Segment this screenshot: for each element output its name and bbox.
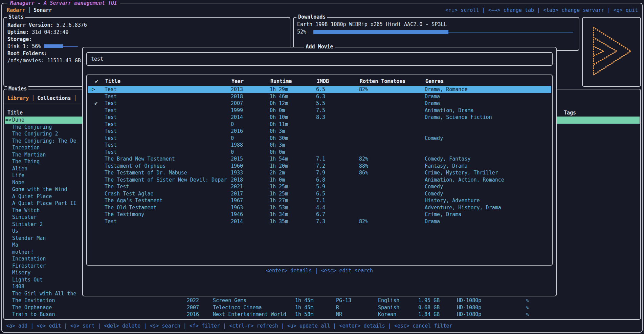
result-year: 0 [231,149,234,156]
movie-year: 2022 [187,297,199,304]
movie-title: The Witch [12,207,40,214]
movie-runtime: 1h 45m [295,304,313,311]
result-title: Test [105,114,117,121]
movie-size: 1.95 GB [418,297,440,304]
movie-title: Incantation [12,255,46,263]
result-runtime: 0h 10m [270,114,288,121]
search-result-row[interactable]: Test00h 0m [88,149,551,156]
movie-quality: HD-1080p [457,311,481,318]
download-progress-fill [313,30,448,34]
movie-title: Lights Out [12,276,43,284]
result-year: 1988 [231,142,243,149]
movie-studio: Telecinco Cinema [213,304,262,311]
download-progress-gauge [313,30,573,35]
result-year: 0 [231,135,234,142]
movie-certification: R [336,304,339,311]
movie-search-input[interactable] [87,53,552,65]
managarr-play-logo-icon [589,25,634,79]
result-runtime: 1h 25m [270,190,288,197]
search-result-row[interactable]: The Test20211h 25m5.9Comedy [88,183,551,190]
result-title: The Brand New Testament [105,155,175,163]
movie-detail-row: 2016Next Entertainment World1h 58mNRKore… [5,311,640,318]
result-imdb: 7.1 [316,155,325,163]
result-imdb: 6.3 [316,93,325,100]
download-item-title: Earth 1998 1080p WEBRip x265 Hindi AAC2.… [297,21,447,28]
movie-title: Misery [12,269,30,276]
search-result-row[interactable]: Test19880h 3m [88,142,551,149]
uptime-label: Uptime: [7,29,29,35]
movie-title: Slender Man [12,235,46,242]
movie-title: Sinister [12,214,37,221]
result-title: The Test [105,183,129,190]
movie-title: 1408 [12,283,24,290]
movie-title: The Martian [12,151,46,159]
movie-runtime: 1h 45m [295,297,313,304]
result-imdb: 8.3 [316,114,325,121]
search-result-row[interactable]: Test20141h 35m7.382%Drama [88,218,551,225]
result-rotten-tomatoes: 86% [359,169,368,176]
result-runtime: 0h 0m [270,149,285,156]
root-folders-heading: Root Folders: [7,50,47,57]
tab-radarr[interactable]: Radarr [7,7,25,13]
search-result-row[interactable]: Test20140h 10m8.3Drama, Science Fiction [88,114,551,121]
result-runtime: 1h 0m [270,176,285,184]
result-genres: Crime, Drama [425,211,461,218]
result-runtime: 1h 25m [270,183,288,190]
movie-title: The Conjuring 2 [12,130,58,138]
movie-size: 1.84 GB [418,311,440,318]
result-year: 2018 [231,93,243,100]
result-genres: Comedy, Fantasy [425,155,470,163]
app-title: Managarr - A Servarr management TUI [7,0,120,6]
search-result-row[interactable]: Test00h 11m [88,121,551,128]
result-rotten-tomatoes: 82% [359,86,368,93]
search-result-row[interactable]: =>Test20131h 29m6.582%Drama, Romance [88,86,551,93]
movies-keybind-help: <a> add | <e> edit | <o> sort | <del> de… [6,322,452,330]
search-result-row[interactable]: Test19990h 0m7.5Animation, Drama [88,107,551,114]
search-result-row[interactable]: The Old Testament19631h 53m4.4Adventure,… [88,204,551,211]
movie-title: Life [12,172,24,179]
result-imdb: 5.5 [316,100,325,107]
search-result-row[interactable]: Testament of Orpheus19601h 20m7.288%Fant… [88,163,551,170]
uptime-line: Uptime: 31d 04:32:49 [7,29,69,36]
movie-title: A Quiet Place [12,193,52,200]
result-runtime: 1h 35m [270,218,288,225]
result-genres: Comedy [425,135,443,142]
result-title: Test [105,121,117,128]
search-result-row[interactable]: Crash Test Aglae20171h 25m6.5Comedy [88,190,551,197]
movie-title: Alien [12,165,27,172]
tag-icon: ✎ [526,304,529,311]
tab-separator: │ [28,7,31,13]
result-runtime: 1h 34m [270,211,288,218]
search-result-row[interactable]: ✔Test20070h 12m5.5Drama [88,100,551,107]
selection-arrow: => [89,86,95,93]
search-result-row[interactable]: Test20181h 46m6.3Drama [88,93,551,100]
search-result-row[interactable]: The Testament of Sister New Devil: Depar… [88,176,551,184]
result-title: Test [105,86,117,93]
movie-title: Nope [12,179,24,186]
result-title: test [105,135,117,142]
uptime-value: 31d 04:32:49 [32,29,68,35]
search-result-row[interactable]: The Aga's Testament19671h 27m7.1History,… [88,197,551,204]
result-genres: Animation, Drama [425,107,474,114]
downloads-panel-title: Downloads [296,14,327,20]
global-keybind-help: <↑↓> scroll | <←→> change tab | <tab> ch… [445,7,638,14]
result-runtime: 1h 29m [270,86,288,93]
result-year: 1963 [231,204,243,211]
result-monitored: ✔ [94,100,97,107]
result-year: 1967 [231,197,243,204]
logo-panel [582,17,641,87]
result-genres: Animation, Action, Romance [425,176,504,184]
result-genres: Drama, Romance [425,86,467,93]
search-result-row[interactable]: Test20160h 3m [88,128,551,135]
movie-title: Inception [12,144,40,151]
result-imdb: 7.9 [316,169,325,176]
movie-title: The Girl with All the [12,290,76,297]
search-result-row[interactable]: The Brand New Testament20151h 54m7.182%C… [88,155,551,163]
result-runtime: 1h 27m [270,197,288,204]
search-result-row[interactable]: test00h 30mComedy [88,135,551,142]
tab-sonarr[interactable]: Sonarr [34,7,52,13]
search-result-row[interactable]: The Testimony19461h 34m6.7Crime, Drama [88,211,551,218]
search-result-row[interactable]: The Testament of Dr. Mabuse19332h 2m7.98… [88,169,551,176]
movie-quality: HD-1080p [457,304,481,311]
movie-title: The Thing [12,158,40,165]
